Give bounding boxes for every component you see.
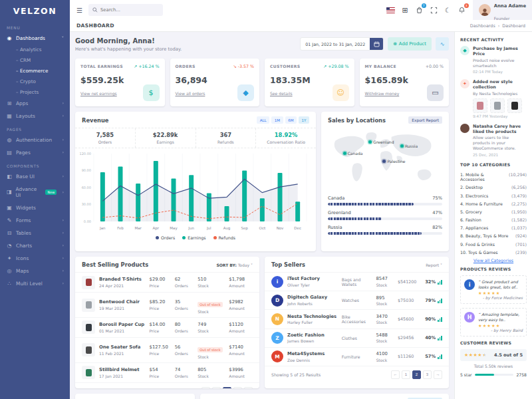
sidebar-item[interactable]: ◧ Base UI › [0,170,70,183]
review-card[interactable]: H “ Amazing template, very easy to.. ★★★… [460,308,527,336]
stat-link[interactable]: View net earnings [80,91,117,96]
search-box[interactable] [88,4,163,16]
seller-amount: $75030 [398,298,421,303]
sidebar-item[interactable]: ▦ Layouts › [0,110,70,122]
page-button[interactable]: ← [201,387,210,388]
review-card[interactable]: i “ Great product and looks great, lots … [460,275,527,304]
sidebar-item[interactable]: ▤ Pages › [0,146,70,159]
view-all-categories-link[interactable]: View all Categories [460,258,527,263]
page-button[interactable]: 2 [412,370,421,379]
cart-button[interactable]: 7 [416,7,423,14]
calendar-button[interactable] [370,38,383,50]
stat-label: CUSTOMERS [270,64,300,68]
page-button[interactable]: 2 [223,387,231,388]
category-row[interactable]: 4. Home & Furniture (2,275) [460,200,527,207]
range-button[interactable]: 1M [271,116,283,124]
sidebar-item[interactable]: ⊞ Apps › [0,97,70,110]
legend-item[interactable]: Earnings [182,235,205,240]
table-row[interactable]: Z Zoetic Fashion James Bowen Clothes 548… [265,329,449,347]
product-orders: 35 [175,299,194,305]
apps-grid-icon[interactable]: ⊞ [402,7,408,14]
table-row[interactable]: D Digitech Galaxy John Roberts Watches 8… [265,291,449,309]
range-button[interactable]: ALL [257,116,269,124]
map-marker[interactable]: Canada [343,151,363,156]
search-input[interactable] [100,7,159,13]
stat-link[interactable]: Withdraw money [365,91,400,96]
brand-logo[interactable]: VELZON [0,0,70,21]
page-button[interactable]: 1 [402,370,410,379]
sidebar-item[interactable]: ∴ Multi Level › [0,277,70,290]
location-name: Canada [328,196,344,201]
table-row[interactable]: One Seater Sofa 11 Feb 2021 $127.50 Pric… [75,337,259,362]
table-row[interactable]: N Nesta Technologies Harley Fuller Bike … [265,309,449,328]
table-row[interactable]: Borosil Paper Cup 01 Mar 2021 $14.00 Pri… [75,317,259,337]
table-row[interactable]: i iTest Factory Oliver Tyler Bags and Wa… [265,272,449,291]
activity-item[interactable]: ◆ Purchase by James Price Product noise … [460,46,527,74]
dark-mode-toggle[interactable]: ☾ [445,7,451,14]
activity-item[interactable]: Natasha Carey have liked the products Al… [460,124,527,157]
legend-dot-icon [182,236,186,239]
sidebar-item[interactable]: ◍ Authentication › [0,134,70,146]
sidebar-subitem[interactable]: Analytics [0,45,70,55]
language-flag[interactable] [386,7,395,13]
page-button[interactable]: 3 [233,387,242,388]
sidebar-item[interactable]: ⊟ Tables › [0,227,70,239]
legend-item[interactable]: Refunds [213,235,235,240]
category-row[interactable]: 2. Desktop (6,256) [460,184,527,192]
map-marker[interactable]: Palestine [382,159,405,164]
category-row[interactable]: 5. Grocery (1,950) [460,207,527,215]
greeting-title: Good Morning, Anna! [75,37,182,45]
user-profile-menu[interactable]: Anna Adame Founder [473,0,532,20]
page-button[interactable]: 3 [423,370,432,379]
export-report-button[interactable]: Export Report [408,116,442,124]
sidebar-item[interactable]: ✎ Forms › [0,214,70,227]
category-row[interactable]: 1. Mobile & Accessories (10,294) [460,171,527,184]
report-dropdown[interactable]: Report ˅ [426,263,442,267]
date-range-picker[interactable]: 01 Jan, 2022 to 31 Jan, 2022 [300,37,384,51]
category-row[interactable]: 3. Electronics (3,479) [460,192,527,200]
sidebar-subitem[interactable]: Crypto [0,76,70,86]
sidebar-item[interactable]: ◎ Maps › [0,265,70,277]
category-row[interactable]: 6. Fashion (1,582) [460,215,527,223]
sidebar-subitem[interactable]: Projects [0,86,70,97]
sidebar-item[interactable]: ◨ Advance UI New › [0,183,70,201]
table-row[interactable]: M Meta4Systems Zoe Dennis Furniture 4100… [265,347,449,366]
category-row[interactable]: 10. Toys & Games (239) [460,248,527,256]
map-marker[interactable]: Greenland [368,140,394,144]
revenue-panel: Revenue ALL 1M 6M 1Y [75,112,316,251]
sidebar-subitem[interactable]: CRM [0,55,70,66]
category-row[interactable]: 7. Appliances (1,037) [460,224,527,232]
fullscreen-button[interactable] [430,7,438,14]
category-row[interactable]: 8. Beauty, Toys & More (924) [460,232,527,240]
product-amount: $1120 [229,322,253,327]
activity-pulse-button[interactable]: ∿ [436,37,449,51]
range-button[interactable]: 1Y [299,116,309,124]
table-row[interactable]: Branded T-Shirts 24 Apr 2021 $29.00 Pric… [75,272,259,292]
add-product-button[interactable]: ⊕ Add Product [388,37,432,51]
sidebar-item[interactable]: ✦ Icons › [0,252,70,265]
page-button[interactable]: ← [391,370,400,379]
category-row[interactable]: 9. Food & Drinks (701) [460,240,527,248]
page-button[interactable]: → [244,387,253,388]
sidebar-item[interactable]: ◉ Dashboards ˅ [0,32,70,45]
stat-link[interactable]: See details [270,91,293,96]
sidebar-item[interactable]: ▣ Widgets [0,201,70,214]
notifications-button[interactable]: 3 [458,7,466,14]
stat-link[interactable]: View all orders [176,91,205,96]
legend-item[interactable]: Orders [156,235,175,240]
page-button[interactable]: → [434,370,442,379]
revenue-chart[interactable]: 0.0030.0060.0090.00120.00JanFebMarAprMay… [78,150,311,235]
seller-stock: 3470 [376,314,394,319]
sidebar-subitem[interactable]: Ecommerce [0,66,70,76]
hamburger-icon[interactable]: ☰ [76,7,82,14]
sort-by-dropdown[interactable]: SORT BY: Today ˅ [216,263,253,267]
map-marker[interactable]: Russia [400,144,418,148]
sidebar-item[interactable]: ◔ Charts › [0,239,70,252]
table-row[interactable]: Stillbird Helmet 17 Jan 2021 $54 Price 7… [75,362,259,382]
range-button[interactable]: 6M [285,116,297,124]
world-map[interactable]: Greenland Canada Russia Palestine [327,128,444,193]
activity-item[interactable]: ✦ Added new style collection By Nesta Te… [460,79,527,118]
breadcrumb-root[interactable]: Dashboards [470,23,495,29]
page-button[interactable]: 1 [212,387,221,388]
table-row[interactable]: Bentwood Chair 19 Mar 2021 $85.20 Price … [75,292,259,317]
